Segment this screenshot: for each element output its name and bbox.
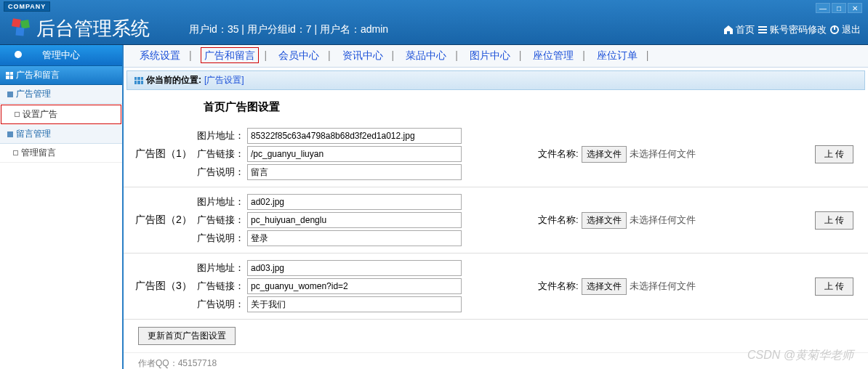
sidebar-group-msg[interactable]: 留言管理	[0, 125, 122, 144]
watermark: CSDN @黄菊华老师	[747, 348, 853, 363]
nav-ad-msg[interactable]: 广告和留言	[201, 47, 259, 63]
sidebar-title: 管理中心	[0, 45, 122, 66]
list-icon	[758, 25, 768, 35]
svg-rect-1	[20, 20, 30, 29]
category-label: 广告和留言	[16, 69, 60, 81]
page-icon	[15, 112, 20, 117]
home-icon	[723, 25, 734, 35]
ad-row: 广告图（1） 图片地址： 广告链接： 广告说明： 文件名称: 选择文件 未选择任…	[124, 121, 868, 187]
ad-row: 广告图（3） 图片地址： 广告链接： 广告说明： 文件名称: 选择文件 未选择任…	[124, 254, 868, 320]
img-addr-input[interactable]	[247, 194, 462, 210]
nav-orders[interactable]: 座位订单	[594, 48, 640, 62]
breadcrumb: 你当前的位置: [广告设置]	[126, 70, 865, 90]
file-name-label: 文件名称:	[538, 147, 579, 161]
upload-button[interactable]: 上 传	[815, 211, 853, 230]
choose-file-button[interactable]: 选择文件	[582, 212, 627, 229]
page-icon	[13, 150, 18, 155]
choose-file-button[interactable]: 选择文件	[582, 146, 627, 163]
img-addr-input[interactable]	[247, 260, 462, 276]
file-name-label: 文件名称:	[538, 214, 579, 227]
item-label: 设置广告	[23, 108, 57, 121]
img-addr-label: 图片地址：	[196, 261, 247, 275]
ad-desc-input[interactable]	[247, 164, 462, 180]
upload-button[interactable]: 上 传	[815, 277, 853, 296]
sidebar-category[interactable]: 广告和留言	[0, 66, 122, 85]
home-label: 首页	[736, 23, 755, 36]
ad-link-input[interactable]	[247, 146, 462, 162]
home-link[interactable]: 首页	[723, 23, 755, 36]
window-controls: — □ ✕	[816, 3, 862, 13]
svg-rect-5	[758, 32, 767, 33]
ad-desc-label: 广告说明：	[196, 232, 247, 245]
sidebar-item-set-ad[interactable]: 设置广告	[1, 105, 121, 124]
ad-link-label: 广告链接：	[196, 147, 247, 161]
power-icon	[829, 25, 840, 35]
ad-desc-label: 广告说明：	[196, 298, 247, 311]
password-link[interactable]: 账号密码修改	[758, 23, 827, 36]
close-button[interactable]: ✕	[848, 3, 862, 13]
top-nav: 系统设置| 广告和留言| 会员中心| 资讯中心| 菜品中心| 图片中心| 座位管…	[124, 45, 868, 68]
user-info: 用户id：35 | 用户分组id：7 | 用户名：admin	[189, 23, 388, 36]
minimize-button[interactable]: —	[816, 3, 830, 13]
ad-row: 广告图（2） 图片地址： 广告链接： 广告说明： 文件名称: 选择文件 未选择任…	[124, 187, 868, 254]
ad-desc-label: 广告说明：	[196, 166, 247, 179]
square-icon	[7, 92, 13, 97]
nav-member[interactable]: 会员中心	[276, 48, 322, 62]
ad-link-label: 广告链接：	[196, 214, 247, 227]
page-title: 首页广告图设置	[124, 93, 868, 121]
choose-file-button[interactable]: 选择文件	[582, 278, 627, 295]
nav-news[interactable]: 资讯中心	[339, 48, 386, 62]
nav-dishes[interactable]: 菜品中心	[403, 48, 449, 62]
file-status: 未选择任何文件	[630, 214, 696, 227]
ad-label: 广告图（2）	[131, 214, 196, 227]
sidebar-group-ad[interactable]: 广告管理	[0, 85, 122, 104]
top-actions: 首页 账号密码修改 退出	[723, 23, 861, 36]
ad-link-input[interactable]	[247, 278, 462, 294]
file-status: 未选择任何文件	[630, 147, 696, 161]
maximize-button[interactable]: □	[832, 3, 846, 13]
svg-rect-2	[15, 28, 24, 36]
square-icon	[7, 131, 13, 137]
top-header: COMPANY 后台管理系统 用户id：35 | 用户分组id：7 | 用户名：…	[0, 0, 868, 45]
img-addr-input[interactable]	[247, 128, 462, 144]
system-title: 后台管理系统	[36, 16, 150, 41]
nav-system[interactable]: 系统设置	[137, 48, 183, 62]
nav-images[interactable]: 图片中心	[467, 48, 513, 62]
sidebar: 管理中心 广告和留言 广告管理 设置广告 留言管理 管理留言	[0, 45, 124, 369]
item-label: 管理留言	[21, 147, 56, 159]
nav-seats[interactable]: 座位管理	[530, 48, 576, 62]
breadcrumb-prefix: 你当前的位置:	[146, 74, 201, 86]
ad-desc-input[interactable]	[247, 230, 462, 246]
file-status: 未选择任何文件	[630, 280, 696, 293]
breadcrumb-current: [广告设置]	[204, 74, 244, 86]
svg-rect-7	[834, 25, 835, 30]
logo-icon	[11, 17, 31, 38]
company-tag: COMPANY	[4, 1, 50, 12]
img-addr-label: 图片地址：	[196, 129, 247, 142]
svg-rect-4	[758, 29, 767, 31]
breadcrumb-icon	[134, 77, 143, 84]
group-label: 留言管理	[16, 128, 51, 140]
ad-label: 广告图（3）	[131, 280, 196, 293]
ad-link-input[interactable]	[247, 212, 462, 228]
logout-link[interactable]: 退出	[829, 23, 861, 36]
password-label: 账号密码修改	[770, 23, 827, 36]
svg-rect-0	[12, 18, 21, 28]
logout-label: 退出	[842, 23, 861, 36]
group-label: 广告管理	[16, 88, 51, 100]
submit-button[interactable]: 更新首页广告图设置	[138, 327, 236, 345]
file-name-label: 文件名称:	[538, 280, 579, 293]
sidebar-item-manage-msg[interactable]: 管理留言	[0, 144, 122, 163]
upload-button[interactable]: 上 传	[815, 145, 853, 163]
ad-link-label: 广告链接：	[196, 280, 247, 293]
grid-icon	[6, 72, 13, 79]
svg-rect-3	[758, 26, 767, 28]
img-addr-label: 图片地址：	[196, 195, 247, 208]
ad-desc-input[interactable]	[247, 296, 462, 312]
ad-label: 广告图（1）	[131, 147, 196, 161]
